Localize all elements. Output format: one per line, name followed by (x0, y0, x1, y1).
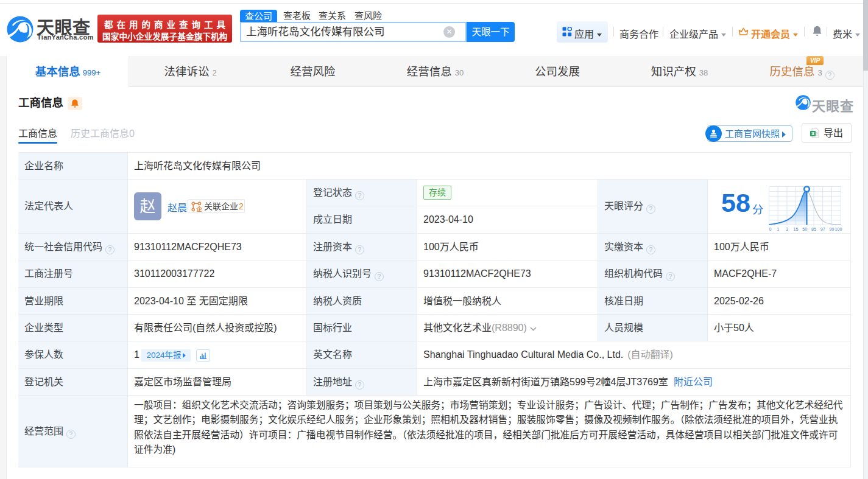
svg-text:97: 97 (820, 226, 825, 232)
svg-text:85: 85 (811, 226, 816, 232)
svg-text:50: 50 (802, 226, 807, 232)
svg-text:0: 0 (769, 226, 772, 232)
svg-text:3: 3 (786, 226, 788, 232)
svg-text:企: 企 (196, 206, 202, 212)
svg-text:1: 1 (777, 226, 779, 232)
svg-text:15: 15 (794, 226, 799, 232)
svg-text:100: 100 (835, 226, 842, 232)
svg-text:99: 99 (829, 226, 834, 232)
